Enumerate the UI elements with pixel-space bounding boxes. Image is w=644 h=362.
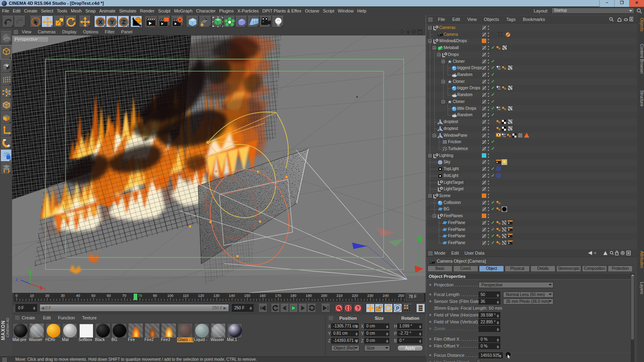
svg-text:X: X: [98, 19, 102, 25]
svg-text:Z: Z: [122, 19, 126, 25]
svg-text:Y: Y: [27, 266, 29, 270]
svg-text:X: X: [44, 287, 46, 291]
svg-text:?: ?: [357, 306, 359, 311]
svg-text:Y: Y: [110, 19, 114, 25]
svg-text:Z: Z: [16, 278, 18, 282]
svg-text:P: P: [396, 306, 399, 311]
